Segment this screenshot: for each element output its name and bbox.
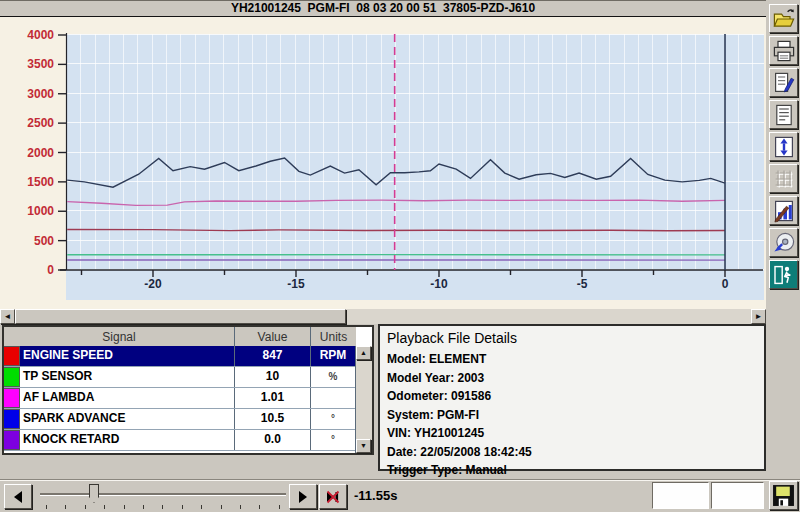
skip-end-cancel-icon — [324, 488, 342, 506]
graph-panel: 40003500300025002000150010005000-20-15-1… — [0, 17, 766, 309]
play-button[interactable] — [289, 484, 317, 509]
signal-name: SPARK ADVANCE — [20, 409, 235, 429]
slider-tick — [182, 505, 183, 509]
play-icon — [295, 489, 311, 505]
open-file-button[interactable] — [769, 4, 798, 33]
detail-line: Model: ELEMENT — [387, 350, 764, 369]
svg-text:-20: -20 — [144, 277, 162, 291]
signal-units: % — [311, 367, 355, 387]
scroll-right-button[interactable]: ► — [751, 309, 766, 324]
signal-units: ° — [311, 430, 355, 450]
grid-view-button[interactable] — [769, 164, 798, 193]
slider-tick — [65, 505, 66, 509]
step-back-button[interactable] — [4, 484, 32, 509]
report-list-icon — [772, 103, 796, 127]
signal-table: Signal Value Units ENGINE SPEED847RPMTP … — [2, 325, 374, 455]
save-to-disk-button[interactable] — [769, 228, 798, 257]
signal-units: ° — [311, 409, 355, 429]
signal-name: KNOCK RETARD — [20, 430, 235, 450]
signal-table-scrollbar[interactable]: ▲ ▼ — [355, 346, 372, 453]
save-snapshot-button[interactable] — [769, 481, 798, 510]
scrollbar-thumb[interactable] — [15, 309, 346, 324]
exit-running-person-icon — [772, 263, 796, 287]
print-button[interactable] — [769, 36, 798, 65]
horizontal-scrollbar[interactable]: ◄ ► — [0, 309, 766, 324]
detail-line: System: PGM-FI — [387, 406, 764, 425]
table-scroll-down-button[interactable]: ▼ — [356, 439, 371, 453]
signal-value: 10 — [235, 367, 311, 387]
toolbar — [766, 0, 800, 512]
title-bar: YH21001245 PGM-FI 08 03 20 00 51 37805-P… — [0, 0, 766, 18]
signal-color-swatch — [4, 367, 20, 387]
floppy-disk-icon — [772, 484, 795, 507]
svg-text:500: 500 — [34, 234, 54, 248]
signal-color-swatch — [4, 430, 20, 450]
signal-units — [311, 388, 355, 408]
signal-color-swatch — [4, 388, 20, 408]
status-cell-1 — [652, 482, 709, 509]
playback-time-readout: -11.55s — [354, 488, 397, 503]
slider-tick — [162, 505, 163, 509]
view-report-button[interactable] — [769, 100, 798, 129]
svg-text:1000: 1000 — [27, 204, 54, 218]
playback-file-details-panel: Playback File Details Model: ELEMENTMode… — [378, 324, 766, 471]
scroll-left-button[interactable]: ◄ — [0, 309, 15, 324]
print-data-button[interactable] — [769, 68, 798, 97]
details-lines: Model: ELEMENTModel Year: 2003Odometer: … — [387, 350, 764, 480]
detail-line: VIN: YH21001245 — [387, 424, 764, 443]
details-title: Playback File Details — [387, 330, 764, 346]
svg-text:0: 0 — [47, 263, 54, 277]
signal-table-header: Signal Value Units — [4, 327, 356, 347]
slider-tick — [279, 505, 280, 509]
svg-text:-15: -15 — [287, 277, 305, 291]
scale-signals-button[interactable] — [769, 132, 798, 161]
header-signal: Signal — [4, 327, 235, 346]
magenta-trace — [67, 200, 725, 205]
slider-tick — [143, 505, 144, 509]
detail-line: Odometer: 091586 — [387, 387, 764, 406]
slider-tick — [201, 505, 202, 509]
header-value: Value — [235, 327, 311, 346]
slider-tick — [240, 505, 241, 509]
printer-icon — [772, 39, 796, 63]
slider-tick — [124, 505, 125, 509]
svg-text:3000: 3000 — [27, 87, 54, 101]
signal-row-knock-retard[interactable]: KNOCK RETARD0.0° — [4, 430, 356, 451]
svg-text:3500: 3500 — [27, 57, 54, 71]
status-cell-2 — [711, 482, 764, 509]
signal-name: AF LAMBDA — [20, 388, 235, 408]
playback-slider-thumb[interactable] — [89, 484, 99, 503]
signal-value: 0.0 — [235, 430, 311, 450]
signal-table-body: ENGINE SPEED847RPMTP SENSOR10%AF LAMBDA1… — [4, 346, 356, 451]
exit-button[interactable] — [769, 260, 798, 289]
svg-text:-10: -10 — [430, 277, 448, 291]
skip-to-end-button[interactable] — [319, 484, 347, 509]
signal-units: RPM — [311, 346, 355, 366]
navy-trace — [67, 158, 725, 187]
edit-graph-button[interactable] — [769, 196, 798, 225]
table-scroll-up-button[interactable]: ▲ — [356, 346, 371, 360]
grid-icon — [772, 167, 796, 191]
signal-value: 1.01 — [235, 388, 311, 408]
detail-line: Model Year: 2003 — [387, 369, 764, 388]
signal-row-engine-speed[interactable]: ENGINE SPEED847RPM — [4, 346, 356, 367]
signal-row-spark-advance[interactable]: SPARK ADVANCE10.5° — [4, 409, 356, 430]
open-folder-icon — [772, 7, 796, 31]
svg-text:2500: 2500 — [27, 116, 54, 130]
slider-tick — [104, 505, 105, 509]
signal-row-af-lambda[interactable]: AF LAMBDA1.01 — [4, 388, 356, 409]
signal-name: TP SENSOR — [20, 367, 235, 387]
slider-tick — [85, 505, 86, 509]
slider-tick — [259, 505, 260, 509]
playback-slider-track[interactable] — [40, 493, 286, 495]
svg-text:0: 0 — [722, 277, 729, 291]
dark-red-trace — [67, 230, 725, 231]
signal-color-swatch — [4, 409, 20, 429]
playback-control-bar: -11.55s — [0, 479, 800, 512]
data-page-pen-icon — [772, 71, 796, 95]
detail-line: Date: 22/05/2008 18:42:45 — [387, 443, 764, 462]
signal-row-tp-sensor[interactable]: TP SENSOR10% — [4, 367, 356, 388]
svg-text:2000: 2000 — [27, 146, 54, 160]
header-units: Units — [311, 327, 356, 346]
svg-text:4000: 4000 — [27, 28, 54, 42]
